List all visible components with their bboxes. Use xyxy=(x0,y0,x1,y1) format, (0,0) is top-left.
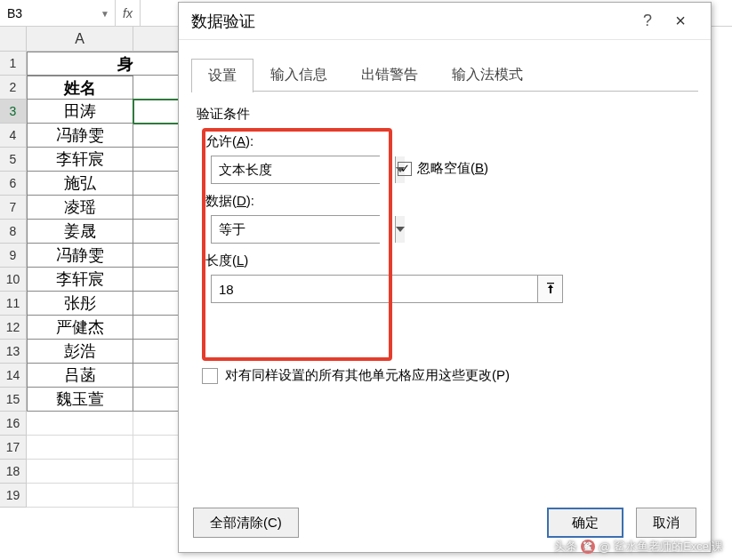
row-header[interactable]: 14 xyxy=(0,364,27,388)
tab-settings[interactable]: 设置 xyxy=(191,59,253,92)
select-all-corner[interactable] xyxy=(0,27,27,52)
cell-A12[interactable]: 严健杰 xyxy=(27,316,133,340)
watermark-at: @ xyxy=(599,540,610,554)
validation-criteria-label: 验证条件 xyxy=(197,106,693,123)
cell-A3[interactable]: 田涛 xyxy=(27,100,133,124)
cell-A11[interactable]: 张彤 xyxy=(27,292,133,316)
cell-A1[interactable]: 身 xyxy=(27,52,133,76)
data-label: 数据(D): xyxy=(205,193,693,210)
row-header[interactable]: 11 xyxy=(0,292,27,316)
row-header[interactable]: 9 xyxy=(0,244,27,268)
spreadsheet-area: A 1身 2姓名 3田涛 4冯静雯 5李轩宸 6施弘 7凌瑶 8姜晟 9冯静雯 … xyxy=(0,27,187,508)
apply-all-row[interactable]: 对有同样设置的所有其他单元格应用这些更改(P) xyxy=(202,367,693,384)
dialog-body: 验证条件 允许(A): ✓ 忽略空值(B) 数据(D): 长度(L) xyxy=(179,92,711,499)
allow-combo[interactable] xyxy=(211,156,380,184)
ignore-blank-label: 忽略空值(B) xyxy=(417,160,488,177)
cell-A8[interactable]: 姜晟 xyxy=(27,220,133,244)
row-header[interactable]: 3 xyxy=(0,100,27,124)
watermark-avatar-icon: 鲨 xyxy=(581,540,595,554)
apply-all-label: 对有同样设置的所有其他单元格应用这些更改(P) xyxy=(225,367,510,384)
cell-A6[interactable]: 施弘 xyxy=(27,172,133,196)
row-header[interactable]: 19 xyxy=(0,484,27,508)
row-header[interactable]: 18 xyxy=(0,460,27,484)
fx-label[interactable]: fx xyxy=(116,0,141,26)
dialog-tabs: 设置 输入信息 出错警告 输入法模式 xyxy=(191,58,698,92)
cell-A13[interactable]: 彭浩 xyxy=(27,340,133,364)
row-header[interactable]: 1 xyxy=(0,52,27,76)
validation-fields: 允许(A): ✓ 忽略空值(B) 数据(D): 长度(L) xyxy=(197,133,693,303)
clear-all-button[interactable]: 全部清除(C) xyxy=(193,508,299,538)
dialog-close-button[interactable]: × xyxy=(663,11,698,31)
cell-A4[interactable]: 冯静雯 xyxy=(27,124,133,148)
length-label: 长度(L) xyxy=(205,252,693,269)
cell-A5[interactable]: 李轩宸 xyxy=(27,148,133,172)
data-combo-input[interactable] xyxy=(212,216,395,243)
row-header[interactable]: 17 xyxy=(0,436,27,460)
name-box-input[interactable] xyxy=(7,6,108,20)
allow-label: 允许(A): xyxy=(205,133,693,150)
allow-combo-input[interactable] xyxy=(212,156,395,183)
tab-ime-mode[interactable]: 输入法模式 xyxy=(435,58,540,92)
watermark: 头条 鲨 @ 鲨水鱼老师的Excel课 xyxy=(554,539,723,555)
data-validation-dialog: 数据验证 ? × 设置 输入信息 出错警告 输入法模式 验证条件 允许(A): … xyxy=(178,2,712,553)
dialog-help-button[interactable]: ? xyxy=(632,12,663,30)
cell-A19[interactable] xyxy=(27,484,133,508)
cell-A15[interactable]: 魏玉萱 xyxy=(27,388,133,412)
row-header[interactable]: 15 xyxy=(0,388,27,412)
cell-A14[interactable]: 吕菡 xyxy=(27,364,133,388)
cell-A16[interactable] xyxy=(27,412,133,436)
cell-A9[interactable]: 冯静雯 xyxy=(27,244,133,268)
length-input[interactable] xyxy=(212,276,537,302)
watermark-prefix: 头条 xyxy=(554,539,577,555)
row-header[interactable]: 8 xyxy=(0,220,27,244)
dialog-title: 数据验证 xyxy=(191,11,632,32)
tab-error-alert[interactable]: 出错警告 xyxy=(344,58,435,92)
range-selector-icon[interactable] xyxy=(537,276,562,302)
row-header[interactable]: 5 xyxy=(0,148,27,172)
cell-A2[interactable]: 姓名 xyxy=(27,76,133,100)
data-combo[interactable] xyxy=(211,215,380,244)
name-box-dropdown-icon[interactable]: ▼ xyxy=(101,8,109,18)
cell-A10[interactable]: 李轩宸 xyxy=(27,268,133,292)
row-header[interactable]: 10 xyxy=(0,268,27,292)
row-header[interactable]: 12 xyxy=(0,316,27,340)
apply-all-checkbox[interactable] xyxy=(202,368,218,384)
dialog-titlebar: 数据验证 ? × xyxy=(179,3,711,40)
ignore-blank-checkbox-row[interactable]: ✓ 忽略空值(B) xyxy=(398,160,488,177)
svg-rect-0 xyxy=(547,283,554,284)
row-header[interactable]: 16 xyxy=(0,412,27,436)
row-header[interactable]: 13 xyxy=(0,340,27,364)
row-header[interactable]: 6 xyxy=(0,172,27,196)
ok-button[interactable]: 确定 xyxy=(547,508,623,538)
row-header[interactable]: 2 xyxy=(0,76,27,100)
row-header[interactable]: 7 xyxy=(0,196,27,220)
row-header[interactable]: 4 xyxy=(0,124,27,148)
chevron-down-icon[interactable] xyxy=(395,216,405,243)
spreadsheet-grid: 1身 2姓名 3田涛 4冯静雯 5李轩宸 6施弘 7凌瑶 8姜晟 9冯静雯 10… xyxy=(0,52,187,508)
column-header-A[interactable]: A xyxy=(27,27,133,52)
cell-A17[interactable] xyxy=(27,436,133,460)
cancel-button[interactable]: 取消 xyxy=(636,508,696,538)
length-input-row[interactable] xyxy=(211,275,563,303)
cell-A7[interactable]: 凌瑶 xyxy=(27,196,133,220)
watermark-text: 鲨水鱼老师的Excel课 xyxy=(614,539,723,555)
ignore-blank-checkbox[interactable]: ✓ xyxy=(398,162,412,176)
tab-input-message[interactable]: 输入信息 xyxy=(253,58,344,92)
cell-A18[interactable] xyxy=(27,460,133,484)
name-box[interactable]: ▼ xyxy=(0,0,116,26)
